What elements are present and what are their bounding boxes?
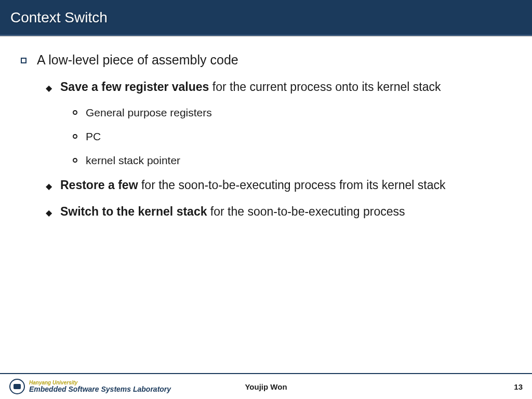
bold-text: Restore a few	[60, 178, 138, 192]
page-number: 13	[514, 382, 523, 391]
university-seal-icon	[9, 379, 25, 394]
bullet-level2: ◆ Save a few register values for the cur…	[46, 80, 511, 94]
bullet-text: PC	[86, 130, 101, 143]
bullet-text: Save a few register values for the curre…	[60, 80, 441, 94]
bullet-level3: kernel stack pointer	[73, 154, 511, 167]
circle-bullet-icon	[73, 158, 77, 163]
bullet-text: Restore a few for the soon-to-be-executi…	[60, 178, 445, 192]
circle-bullet-icon	[73, 134, 77, 139]
slide-title-bar: Context Switch	[0, 0, 532, 36]
bullet-text: Switch to the kernel stack for the soon-…	[60, 205, 405, 219]
bullet-level2: ◆ Switch to the kernel stack for the soo…	[46, 205, 511, 219]
diamond-bullet-icon: ◆	[46, 181, 52, 191]
bullet-level2: ◆ Restore a few for the soon-to-be-execu…	[46, 178, 511, 192]
circle-bullet-icon	[73, 110, 77, 115]
footer-inner: Hanyang University Embedded Software Sys…	[0, 374, 532, 399]
bullet-level3: General purpose registers	[73, 107, 511, 119]
bullet-level3: PC	[73, 130, 511, 143]
bold-text: Switch to the kernel stack	[60, 205, 207, 218]
plain-text: for the current process onto its kernel …	[209, 80, 441, 94]
bullet-text: General purpose registers	[86, 107, 212, 119]
square-bullet-icon	[21, 58, 26, 63]
diamond-bullet-icon: ◆	[46, 208, 52, 218]
bullet-text: kernel stack pointer	[86, 154, 180, 167]
bullet-text: A low-level piece of assembly code	[37, 52, 238, 68]
slide-body: A low-level piece of assembly code ◆ Sav…	[0, 37, 532, 219]
plain-text: for the soon-to-be-executing process fro…	[138, 178, 446, 192]
bullet-level1: A low-level piece of assembly code	[21, 52, 511, 68]
plain-text: for the soon-to-be-executing process	[207, 205, 405, 218]
lab-name: Embedded Software Systems Laboratory	[29, 385, 171, 393]
author-name: Youjip Won	[245, 382, 287, 391]
slide-footer: Hanyang University Embedded Software Sys…	[0, 373, 532, 399]
logo-block: Hanyang University Embedded Software Sys…	[9, 379, 171, 394]
diamond-bullet-icon: ◆	[46, 83, 52, 93]
slide-title: Context Switch	[10, 9, 108, 25]
bold-text: Save a few register values	[60, 80, 209, 94]
logo-text: Hanyang University Embedded Software Sys…	[29, 380, 171, 393]
